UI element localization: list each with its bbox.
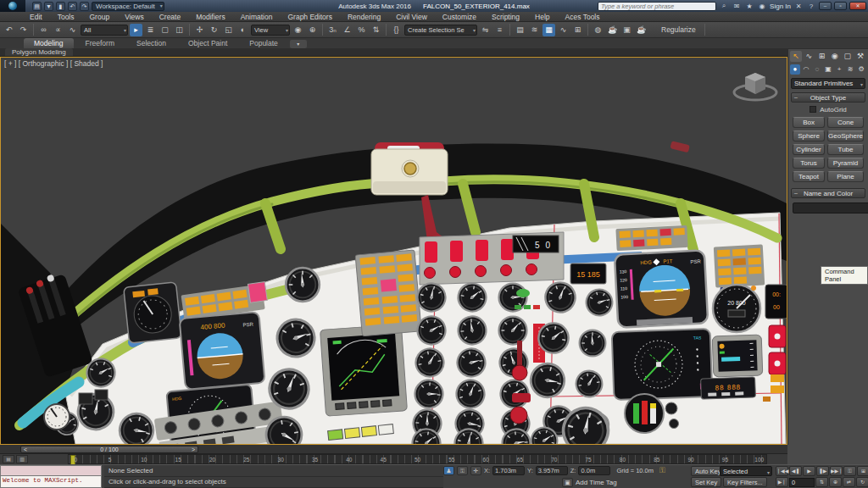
scene-explorer-icon[interactable]: ▤ — [514, 24, 526, 36]
frame-spinner[interactable]: ⇅ — [815, 477, 828, 487]
object-name-field[interactable] — [793, 202, 868, 214]
community-icon[interactable]: ✉ — [732, 3, 742, 10]
select-and-move-icon[interactable]: ✢ — [193, 24, 206, 36]
render-production-icon[interactable]: ☕ — [635, 24, 648, 36]
next-frame-icon[interactable]: ❚▶ — [816, 466, 829, 476]
object-type-rollout[interactable]: − Object Type — [791, 92, 865, 103]
y-coordinate-field[interactable]: 3.957m — [536, 466, 568, 475]
sign-in-button[interactable]: Sign In — [770, 3, 791, 10]
close-button[interactable]: ✕ — [849, 2, 866, 10]
viewcube[interactable] — [731, 66, 780, 105]
menu-create[interactable]: Create — [152, 13, 189, 21]
key-icon[interactable]: ⚿ — [659, 466, 665, 475]
spacewarps-category-icon[interactable]: ≋ — [845, 64, 855, 75]
pan-icon[interactable]: ⇄ — [843, 477, 855, 487]
isolate-selection-icon[interactable]: ♟ — [443, 466, 454, 475]
track-bar-ruler[interactable]: 0510152025303540455055606570758085909510… — [68, 454, 767, 464]
hierarchy-tab-icon[interactable]: ⊞ — [815, 51, 827, 62]
create-tab-icon[interactable]: ↖ — [790, 51, 802, 62]
name-color-rollout[interactable]: − Name and Color — [791, 188, 865, 198]
select-manipulate-icon[interactable]: ⊕ — [306, 24, 319, 36]
percent-snap-icon[interactable]: % — [355, 24, 368, 36]
primitive-button-cone[interactable]: Cone — [827, 117, 864, 128]
motion-tab-icon[interactable]: ◉ — [829, 51, 841, 62]
primitive-button-tube[interactable]: Tube — [827, 144, 864, 155]
workspace-dropdown[interactable]: Workspace: Default — [92, 2, 164, 11]
ribbon-tab-selection[interactable]: Selection — [126, 38, 176, 48]
z-coordinate-field[interactable]: 0.0m — [578, 466, 610, 475]
menu-views[interactable]: Views — [117, 13, 152, 21]
help-search-input[interactable] — [598, 2, 716, 11]
restore-button[interactable]: ▫ — [834, 2, 847, 10]
menu-scripting[interactable]: Scripting — [484, 13, 527, 21]
save-file-icon[interactable]: ▮ — [56, 2, 65, 11]
selection-lock-icon[interactable]: ⚿ — [457, 466, 468, 475]
zoom-extents-all-icon[interactable]: ⊞ — [857, 466, 868, 476]
go-to-end-icon[interactable]: ▶▶❘ — [830, 466, 843, 476]
menu-help[interactable]: Help — [527, 13, 557, 21]
primitive-button-geosphere[interactable]: GeoSphere — [827, 130, 864, 141]
polygon-modeling-panel[interactable]: Polygon Modeling — [5, 48, 73, 56]
redo-quick-icon[interactable]: ↷ — [80, 2, 89, 11]
primitive-button-sphere[interactable]: Sphere — [793, 130, 825, 141]
use-pivot-center-icon[interactable]: ◉ — [292, 24, 304, 36]
key-mode-toggle-icon[interactable]: ⚿ — [843, 466, 856, 476]
autogrid-checkbox[interactable] — [810, 106, 816, 113]
track-bar-filter-icon[interactable]: ▥ — [16, 455, 28, 463]
key-mode-dropdown[interactable]: Selected — [720, 466, 772, 476]
zoom-icon[interactable]: ⊕ — [829, 477, 842, 487]
lights-category-icon[interactable]: ◌ — [812, 64, 822, 75]
geometry-category-icon[interactable]: ● — [790, 64, 800, 75]
reference-coordinate-dropdown[interactable]: View — [251, 25, 290, 36]
select-object-icon[interactable]: ▸ — [130, 24, 142, 36]
x-coordinate-field[interactable]: 1.703m — [492, 466, 525, 475]
undo-quick-icon[interactable]: ↶ — [68, 2, 77, 11]
menu-modifiers[interactable]: Modifiers — [188, 13, 232, 21]
minimize-button[interactable]: – — [819, 2, 832, 10]
select-by-name-icon[interactable]: ≣ — [144, 24, 157, 36]
go-to-frame-icon[interactable]: ▶❘ — [776, 477, 788, 487]
primitive-button-box[interactable]: Box — [793, 117, 825, 128]
time-slider-track[interactable]: < 0 / 100 > — [0, 445, 787, 454]
angle-snap-icon[interactable]: ∠ — [341, 24, 353, 36]
mirror-icon[interactable]: ⇋ — [479, 24, 492, 36]
menu-tools[interactable]: Tools — [50, 13, 82, 21]
select-and-link-icon[interactable]: ∞ — [37, 24, 50, 36]
ribbon-tab-freeform[interactable]: Freeform — [75, 38, 125, 48]
set-key-button[interactable]: Set Key — [691, 477, 721, 487]
time-tag-icon[interactable]: ▣ — [562, 478, 573, 487]
select-and-place-icon[interactable]: ◐ — [236, 24, 249, 36]
absolute-mode-icon[interactable]: ✛ — [470, 466, 481, 475]
viewport-label[interactable]: [ + ] [ Orthographic ] [ Shaded ] — [4, 59, 103, 68]
frame-forward-arrow[interactable]: > — [192, 446, 195, 452]
shapes-category-icon[interactable]: ◠ — [801, 64, 811, 75]
redo-icon[interactable]: ↷ — [17, 24, 30, 36]
viewport[interactable]: [ + ] [ Orthographic ] [ Shaded ] — [0, 57, 787, 445]
time-slider-handle[interactable]: < 0 / 100 > — [20, 446, 198, 453]
exchange-icon[interactable]: ✕ — [793, 3, 804, 10]
unlink-selection-icon[interactable]: ∝ — [52, 24, 64, 36]
render-setup-icon[interactable]: ☕ — [606, 24, 619, 36]
ribbon-toggle-icon[interactable]: ▦ — [542, 24, 555, 36]
menu-aces-tools[interactable]: Aces Tools — [558, 13, 608, 21]
select-and-scale-icon[interactable]: ◱ — [222, 24, 235, 36]
maxscript-output-pane[interactable]: Welcome to MAXScript. — [0, 476, 102, 488]
named-selection-dropdown[interactable]: Create Selection Se — [404, 25, 477, 36]
go-to-start-icon[interactable]: ❘◀◀ — [776, 466, 788, 476]
primitive-button-plane[interactable]: Plane — [827, 171, 864, 182]
menu-graph-editors[interactable]: Graph Editors — [280, 13, 339, 21]
regularize-button[interactable]: Regularize — [656, 24, 701, 36]
primitive-button-pyramid[interactable]: Pyramid — [827, 158, 864, 169]
maxscript-mini-listener[interactable]: Welcome to MAXScript. — [0, 465, 102, 488]
help-icon[interactable]: ? — [806, 3, 816, 10]
layer-explorer-icon[interactable]: ≋ — [528, 24, 541, 36]
align-icon[interactable]: ≡ — [493, 24, 506, 36]
snap-toggle-icon[interactable]: 3ₙ — [326, 24, 339, 36]
menu-rendering[interactable]: Rendering — [340, 13, 388, 21]
curve-editor-icon[interactable]: ∿ — [557, 24, 570, 36]
maxscript-macro-pane[interactable] — [0, 465, 102, 476]
menu-edit[interactable]: Edit — [22, 13, 50, 21]
utilities-tab-icon[interactable]: ⚒ — [854, 51, 866, 62]
display-tab-icon[interactable]: ▢ — [842, 51, 854, 62]
primitive-type-dropdown[interactable]: Standard Primitives — [791, 78, 865, 89]
